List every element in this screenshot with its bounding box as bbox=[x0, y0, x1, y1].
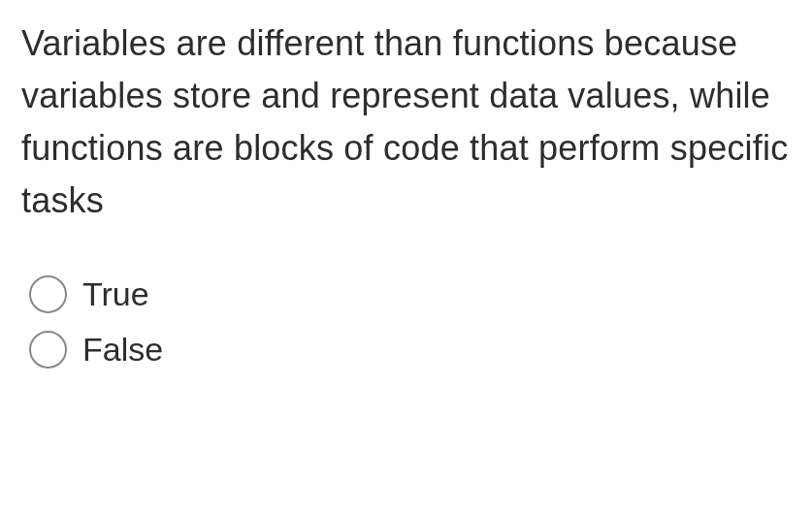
question-text: Variables are different than functions b… bbox=[21, 17, 791, 227]
option-true[interactable]: True bbox=[29, 275, 791, 313]
radio-icon bbox=[29, 275, 67, 313]
options-group: True False bbox=[21, 275, 791, 369]
option-label: True bbox=[82, 275, 149, 313]
option-false[interactable]: False bbox=[29, 331, 791, 369]
radio-icon bbox=[29, 331, 67, 369]
option-label: False bbox=[82, 331, 163, 369]
